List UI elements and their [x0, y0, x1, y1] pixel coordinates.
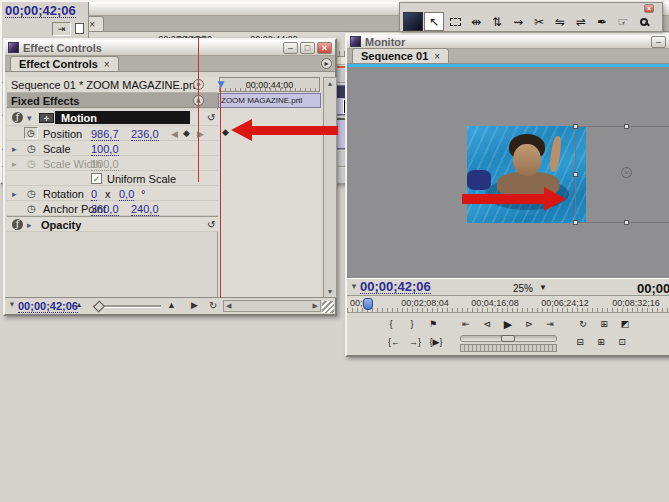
position-y-value[interactable]: 236,0 [131, 128, 159, 141]
scale-stopwatch-toggle[interactable]: ◷ [27, 143, 36, 154]
position-keyframe-marker[interactable]: ◆ [222, 127, 229, 137]
scale-width-expand-icon[interactable]: ▸ [12, 159, 17, 169]
slip-tool[interactable]: ⇋ [550, 12, 570, 31]
ec-current-timecode[interactable]: 00;00;42;06 [18, 300, 78, 313]
rotation-revolutions-value[interactable]: 0 [91, 188, 97, 201]
rotation-stopwatch-toggle[interactable]: ◷ [27, 188, 36, 199]
program-monitor-view[interactable]: × [347, 67, 669, 278]
ec-mini-ruler[interactable]: 00;00;44;00 [219, 77, 320, 92]
scale-value[interactable]: 100,0 [91, 143, 119, 156]
monitor-tab-close-icon[interactable]: × [434, 51, 440, 62]
panel-menu-button[interactable]: ▸ [321, 58, 332, 69]
effect-controls-titlebar[interactable]: Effect Controls – □ × [5, 40, 335, 56]
go-to-in-button[interactable]: ⇤ [457, 317, 476, 331]
scroll-up-icon[interactable]: ▲ [327, 80, 334, 87]
uniform-scale-checkbox[interactable]: ✓ [91, 173, 102, 184]
ripple-edit-tool[interactable]: ⇹ [466, 12, 486, 31]
slide-tool[interactable]: ⇌ [571, 12, 591, 31]
play-button[interactable]: ▶ [191, 300, 198, 310]
monitor-tab-sequence01[interactable]: Sequence 01 × [352, 48, 449, 63]
close-button[interactable]: × [317, 42, 332, 54]
zoom-in-button[interactable]: ▲ [167, 300, 176, 310]
effect-enabled-icon[interactable]: ƒ [12, 112, 23, 123]
scroll-left-icon[interactable]: ◀ [226, 302, 231, 310]
transform-handle[interactable] [573, 124, 578, 129]
minimize-button[interactable]: – [651, 36, 666, 48]
rolling-edit-tool[interactable]: ⇅ [487, 12, 507, 31]
anchor-x-value[interactable]: 360,0 [91, 203, 119, 216]
step-forward-button[interactable]: ⊳ [520, 317, 539, 331]
transform-handle[interactable] [624, 124, 629, 129]
loop-button[interactable]: ↻ [574, 317, 593, 331]
monitor-zoom-level[interactable]: 25% [513, 283, 533, 294]
ec-zoom-slider-handle[interactable] [93, 300, 105, 312]
anchor-y-value[interactable]: 240,0 [131, 203, 159, 216]
wireframe-bottom-edge[interactable] [575, 222, 669, 223]
ec-zoom-slider[interactable] [93, 305, 161, 308]
zoom-level-dropdown-icon[interactable]: ▼ [539, 283, 547, 292]
play-button[interactable]: ▶ [499, 317, 518, 331]
zoom-tool[interactable] [634, 12, 654, 31]
safe-margins-button[interactable]: ⊞ [595, 317, 614, 331]
opacity-header[interactable]: Opacity [41, 219, 81, 231]
rate-stretch-tool[interactable]: ⇝ [508, 12, 528, 31]
razor-tool[interactable]: ✂ [529, 12, 549, 31]
scale-expand-icon[interactable]: ▸ [12, 144, 17, 154]
add-marker-button[interactable] [75, 23, 84, 34]
scale-width-stopwatch-toggle[interactable]: ◷ [27, 158, 36, 169]
play-in-to-out-button[interactable]: {▶} [427, 335, 446, 349]
jog-disk[interactable] [460, 344, 557, 352]
anchor-stopwatch-toggle[interactable]: ◷ [27, 203, 36, 214]
maximize-button[interactable]: □ [300, 42, 315, 54]
rotation-degrees-value[interactable]: 0,0 [119, 188, 134, 201]
rotation-expand-icon[interactable]: ▸ [12, 189, 17, 199]
transform-handle[interactable] [573, 172, 578, 177]
motion-reset-icon[interactable]: ↺ [207, 112, 215, 123]
position-x-value[interactable]: 986,7 [91, 128, 119, 141]
effect-controls-tab[interactable]: Effect Controls × [10, 56, 119, 71]
snap-toggle-button[interactable]: ⇥ [52, 22, 71, 36]
scroll-right-icon[interactable]: ▶ [313, 302, 318, 310]
ec-horizontal-scrollbar[interactable]: ◀ ▶ [223, 300, 321, 312]
set-marker-button[interactable]: ⚑ [424, 317, 443, 331]
prev-keyframe-button[interactable]: ◀ [171, 129, 178, 139]
ec-playhead-marker[interactable]: ▼ [215, 77, 227, 91]
motion-header[interactable]: Motion [55, 111, 190, 124]
position-stopwatch-toggle[interactable]: ◷ [24, 127, 38, 139]
monitor-titlebar[interactable]: Monitor – [347, 35, 669, 49]
add-remove-keyframe-button[interactable]: ◆ [183, 128, 190, 138]
hand-tool[interactable]: ☞ [613, 12, 633, 31]
transform-handle[interactable] [624, 220, 629, 225]
scroll-down-icon[interactable]: ▼ [327, 288, 334, 295]
timeline-playhead-line[interactable] [198, 38, 199, 182]
overlay-button[interactable]: ⊞ [592, 335, 611, 349]
ec-mini-clip-bar[interactable]: ZOOM MAGAZINE.prtl [218, 93, 321, 108]
step-back-button[interactable]: ⊲ [478, 317, 497, 331]
go-to-out-button[interactable]: ⇥ [541, 317, 560, 331]
timeline-current-timecode[interactable]: 00;00;42;06 [5, 5, 76, 18]
play-from-in-button[interactable]: {← [385, 335, 404, 349]
transform-handle[interactable] [573, 220, 578, 225]
track-select-tool[interactable] [445, 12, 465, 31]
shuttle-slider[interactable] [460, 335, 557, 342]
effect-enabled-icon[interactable]: ƒ [12, 219, 23, 230]
selection-tool[interactable]: ↖ [424, 12, 444, 31]
loop-button[interactable]: ↻ [209, 300, 217, 311]
wireframe-top-edge[interactable] [575, 126, 669, 127]
anchor-point-indicator[interactable]: × [621, 167, 632, 178]
insert-button[interactable]: ⊟ [571, 335, 590, 349]
toggle-take-button[interactable]: ⊡ [613, 335, 632, 349]
effect-controls-tab-close-icon[interactable]: × [104, 59, 110, 70]
resize-grip[interactable] [322, 301, 334, 313]
ec-vertical-scrollbar[interactable]: ▲ ▼ [323, 77, 337, 298]
output-button[interactable]: ◩ [616, 317, 635, 331]
opacity-expand-icon[interactable]: ▸ [27, 220, 32, 230]
monitor-ruler[interactable]: 00;00 00;02;08;04 00;04;16;08 00;06;24;1… [347, 296, 669, 313]
monitor-current-timecode[interactable]: 00;00;42;06 [360, 281, 431, 294]
timeline-tab-close-icon[interactable]: × [89, 19, 95, 30]
shuttle-handle[interactable] [501, 335, 515, 342]
clip-image-boy-swimming[interactable] [467, 126, 586, 223]
set-out-point-button[interactable]: } [403, 317, 422, 331]
zoom-out-button[interactable]: ▴ [77, 300, 81, 309]
monitor-playhead-knob[interactable] [363, 298, 373, 310]
